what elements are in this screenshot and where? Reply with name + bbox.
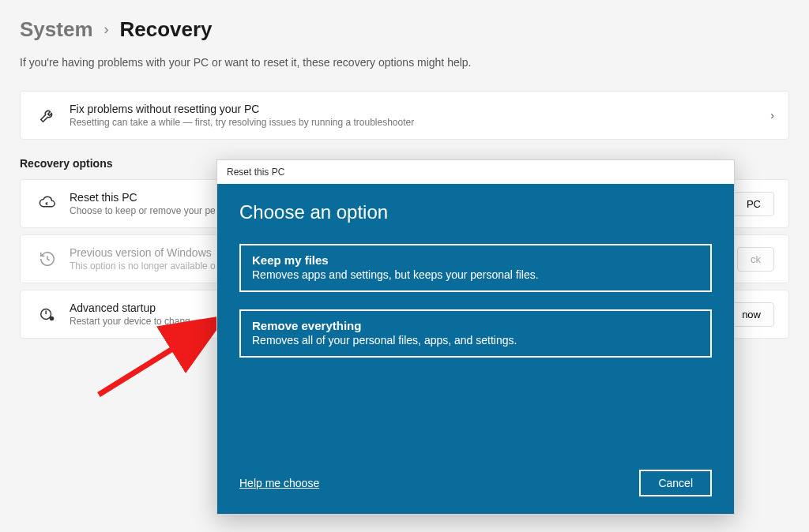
breadcrumb-current: Recovery	[120, 17, 213, 42]
dialog-heading: Choose an option	[239, 201, 712, 223]
fix-problems-title: Fix problems without resetting your PC	[70, 103, 762, 115]
remove-everything-option[interactable]: Remove everything Removes all of your pe…	[239, 309, 712, 358]
keep-my-files-option[interactable]: Keep my files Removes apps and settings,…	[239, 244, 712, 292]
svg-point-1	[50, 317, 55, 321]
help-me-choose-link[interactable]: Help me choose	[239, 477, 319, 489]
dialog-title-bar: Reset this PC	[217, 160, 734, 184]
chevron-right-icon: ›	[104, 21, 109, 38]
cancel-button[interactable]: Cancel	[639, 470, 712, 496]
reset-pc-button[interactable]: PC	[733, 192, 774, 216]
power-gear-icon	[35, 305, 60, 323]
remove-everything-desc: Removes all of your personal files, apps…	[252, 334, 699, 347]
wrench-icon	[35, 107, 60, 124]
fix-problems-desc: Resetting can take a while — first, try …	[70, 117, 762, 128]
chevron-right-icon: ›	[770, 109, 774, 122]
cloud-refresh-icon	[35, 195, 60, 212]
fix-problems-card[interactable]: Fix problems without resetting your PC R…	[20, 91, 789, 140]
remove-everything-title: Remove everything	[252, 319, 699, 332]
restart-now-button[interactable]: now	[728, 302, 774, 327]
breadcrumb: System › Recovery	[20, 17, 789, 42]
breadcrumb-parent[interactable]: System	[20, 17, 93, 42]
keep-files-title: Keep my files	[252, 253, 699, 267]
go-back-button: ck	[737, 247, 774, 272]
reset-pc-dialog: Reset this PC Choose an option Keep my f…	[216, 159, 735, 515]
history-icon	[35, 250, 60, 268]
keep-files-desc: Removes apps and settings, but keeps you…	[252, 268, 699, 281]
page-subtitle: If you're having problems with your PC o…	[20, 56, 789, 69]
